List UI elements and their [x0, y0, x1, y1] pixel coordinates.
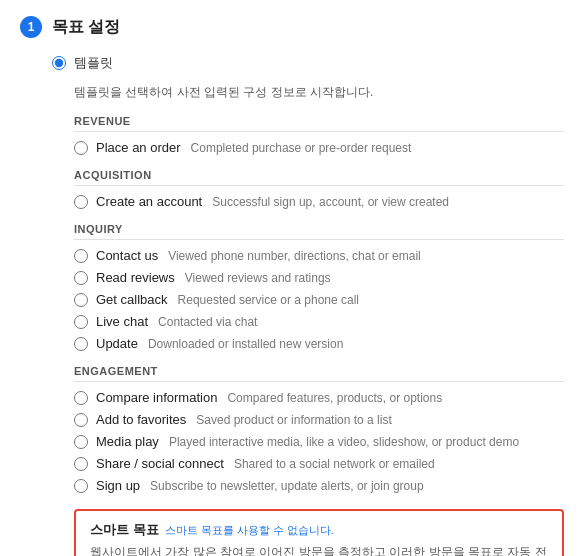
- place-order-label[interactable]: Place an order Completed purchase or pre…: [96, 140, 411, 155]
- category-inquiry: INQUIRY: [74, 223, 564, 240]
- template-body: 템플릿을 선택하여 사전 입력된 구성 정보로 시작합니다. REVENUE P…: [74, 84, 564, 556]
- smart-target-box: 스마트 목표 스마트 목표를 사용할 수 없습니다. 웹사이트에서 가장 많은 …: [74, 509, 564, 556]
- template-radio[interactable]: [52, 56, 66, 70]
- list-item[interactable]: Media play Played interactive media, lik…: [74, 434, 564, 449]
- smart-target-desc: 웹사이트에서 가장 많은 참여로 이어진 방문을 측정하고 이러한 방문을 목표…: [90, 543, 548, 556]
- live-chat-radio[interactable]: [74, 315, 88, 329]
- list-item[interactable]: Get callback Requested service or a phon…: [74, 292, 564, 307]
- add-favorites-label[interactable]: Add to favorites Saved product or inform…: [96, 412, 392, 427]
- create-account-radio[interactable]: [74, 195, 88, 209]
- list-item[interactable]: Share / social connect Shared to a socia…: [74, 456, 564, 471]
- main-section: 템플릿 템플릿을 선택하여 사전 입력된 구성 정보로 시작합니다. REVEN…: [52, 54, 564, 556]
- live-chat-label[interactable]: Live chat Contacted via chat: [96, 314, 257, 329]
- list-item[interactable]: Compare information Compared features, p…: [74, 390, 564, 405]
- sign-up-radio[interactable]: [74, 479, 88, 493]
- get-callback-radio[interactable]: [74, 293, 88, 307]
- list-item[interactable]: Contact us Viewed phone number, directio…: [74, 248, 564, 263]
- update-label[interactable]: Update Downloaded or installed new versi…: [96, 336, 343, 351]
- contact-us-radio[interactable]: [74, 249, 88, 263]
- media-play-radio[interactable]: [74, 435, 88, 449]
- list-item[interactable]: Place an order Completed purchase or pre…: [74, 140, 564, 155]
- media-play-label[interactable]: Media play Played interactive media, lik…: [96, 434, 519, 449]
- template-description: 템플릿을 선택하여 사전 입력된 구성 정보로 시작합니다.: [74, 84, 564, 101]
- page-header: 1 목표 설정: [20, 16, 564, 38]
- smart-target-title: 스마트 목표 스마트 목표를 사용할 수 없습니다.: [90, 521, 548, 539]
- compare-info-radio[interactable]: [74, 391, 88, 405]
- list-item[interactable]: Read reviews Viewed reviews and ratings: [74, 270, 564, 285]
- add-favorites-radio[interactable]: [74, 413, 88, 427]
- update-radio[interactable]: [74, 337, 88, 351]
- compare-info-label[interactable]: Compare information Compared features, p…: [96, 390, 442, 405]
- step-indicator: 1: [20, 16, 42, 38]
- category-engagement: ENGAGEMENT: [74, 365, 564, 382]
- category-revenue: REVENUE: [74, 115, 564, 132]
- category-acquisition: ACQUISITION: [74, 169, 564, 186]
- template-option-row[interactable]: 템플릿: [52, 54, 564, 72]
- share-social-label[interactable]: Share / social connect Shared to a socia…: [96, 456, 435, 471]
- contact-us-label[interactable]: Contact us Viewed phone number, directio…: [96, 248, 421, 263]
- template-label[interactable]: 템플릿: [74, 54, 113, 72]
- list-item[interactable]: Add to favorites Saved product or inform…: [74, 412, 564, 427]
- list-item[interactable]: Live chat Contacted via chat: [74, 314, 564, 329]
- page-title: 목표 설정: [52, 17, 120, 38]
- list-item[interactable]: Create an account Successful sign up, ac…: [74, 194, 564, 209]
- read-reviews-label[interactable]: Read reviews Viewed reviews and ratings: [96, 270, 331, 285]
- share-social-radio[interactable]: [74, 457, 88, 471]
- get-callback-label[interactable]: Get callback Requested service or a phon…: [96, 292, 359, 307]
- create-account-label[interactable]: Create an account Successful sign up, ac…: [96, 194, 449, 209]
- sign-up-label[interactable]: Sign up Subscribe to newsletter, update …: [96, 478, 424, 493]
- list-item[interactable]: Sign up Subscribe to newsletter, update …: [74, 478, 564, 493]
- read-reviews-radio[interactable]: [74, 271, 88, 285]
- list-item[interactable]: Update Downloaded or installed new versi…: [74, 336, 564, 351]
- place-order-radio[interactable]: [74, 141, 88, 155]
